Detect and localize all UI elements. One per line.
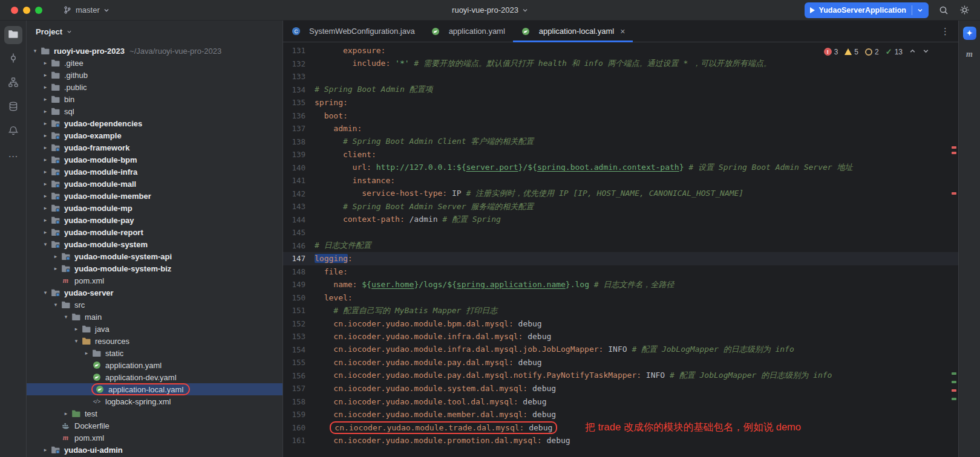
error-mark[interactable]: [952, 389, 956, 392]
code-line-158[interactable]: 158 cn.iocoder.yudao.module.tool.dal.mys…: [283, 395, 958, 409]
line-number[interactable]: 145: [283, 228, 315, 237]
tree-chevron-icon[interactable]: ▸: [51, 265, 60, 271]
tree-chevron-icon[interactable]: ▸: [41, 132, 50, 138]
code-line-139[interactable]: 139 client:: [283, 148, 958, 161]
editor[interactable]: 131 exposure:132 include: '*' # 需要开放的端点。…: [283, 42, 958, 457]
tree-item-yudao-server[interactable]: ▾yudao-server: [27, 287, 283, 299]
tree-item-dockerfile[interactable]: Dockerfile: [27, 420, 283, 432]
tree-item-yudao-ui-admin[interactable]: ▸yudao-ui-admin: [27, 444, 283, 456]
code-line-143[interactable]: 143 # Spring Boot Admin Server 服务端的相关配置: [283, 200, 958, 213]
code-line-136[interactable]: 136 boot:: [283, 109, 958, 123]
code-line-148[interactable]: 148 file:: [283, 265, 958, 279]
next-problem-button[interactable]: [923, 48, 929, 56]
line-number[interactable]: 150: [283, 293, 315, 302]
tree-chevron-icon[interactable]: ▾: [41, 241, 50, 247]
tree-item-yudao-framework[interactable]: ▸yudao-framework: [27, 141, 283, 154]
project-panel-header[interactable]: Project: [27, 21, 283, 42]
tree-chevron-icon[interactable]: ▸: [51, 253, 60, 259]
code-line-140[interactable]: 140 url: http://127.0.0.1:${server.port}…: [283, 161, 958, 175]
tree-chevron-icon[interactable]: ▸: [41, 169, 50, 175]
tree-item-logback-spring.xml[interactable]: </>logback-spring.xml: [27, 395, 283, 407]
code-line-147[interactable]: 147logging:: [283, 252, 958, 265]
change-mark[interactable]: [952, 381, 956, 383]
line-number[interactable]: 131: [283, 46, 315, 55]
code-line-144[interactable]: 144 context-path: /admin # 配置 Spring: [283, 213, 958, 227]
line-number[interactable]: 138: [283, 137, 315, 146]
tree-item-.gitee[interactable]: ▸.gitee: [27, 57, 283, 69]
tree-item-resources[interactable]: ▾resources: [27, 335, 283, 347]
tab-application-local.yaml[interactable]: application-local.yaml×: [513, 21, 633, 42]
line-number[interactable]: 161: [283, 436, 315, 445]
tree-item-yudao-module-report[interactable]: ▸yudao-module-report: [27, 226, 283, 238]
line-number[interactable]: 135: [283, 98, 315, 107]
tree-chevron-icon[interactable]: ▸: [71, 326, 81, 332]
line-number[interactable]: 144: [283, 215, 315, 224]
code-line-132[interactable]: 132 include: '*' # 需要开放的端点。默认值只打开 health…: [283, 57, 958, 71]
line-number[interactable]: 140: [283, 163, 315, 172]
line-number[interactable]: 152: [283, 319, 315, 328]
line-number[interactable]: 160: [283, 423, 315, 432]
tab-application.yaml[interactable]: application.yaml: [423, 21, 513, 42]
line-number[interactable]: 136: [283, 111, 315, 120]
tree-chevron-icon[interactable]: ▾: [30, 48, 40, 54]
tree-item-yudao-module-system-biz[interactable]: ▸yudao-module-system-biz: [27, 262, 283, 274]
tree-item-yudao-module-mall[interactable]: ▸yudao-module-mall: [27, 178, 283, 190]
code-line-151[interactable]: 151 # 配置自己写的 MyBatis Mapper 打印日志: [283, 304, 958, 317]
tree-item-application.yaml[interactable]: application.yaml: [27, 359, 283, 371]
line-number[interactable]: 134: [283, 85, 315, 94]
tree-item-java[interactable]: ▸java: [27, 323, 283, 335]
code-line-137[interactable]: 137 admin:: [283, 122, 958, 135]
tree-item-pom.xml[interactable]: mpom.xml: [27, 432, 283, 444]
line-number[interactable]: 133: [283, 72, 315, 81]
tree-item-static[interactable]: ▸static: [27, 347, 283, 359]
tree-chevron-icon[interactable]: ▸: [61, 410, 71, 416]
tree-item-yudao-module-member[interactable]: ▸yudao-module-member: [27, 190, 283, 202]
code-line-154[interactable]: 154 cn.iocoder.yudao.module.infra.dal.my…: [283, 343, 958, 357]
code-line-153[interactable]: 153 cn.iocoder.yudao.module.infra.dal.my…: [283, 330, 958, 343]
tree-chevron-icon[interactable]: ▸: [41, 108, 50, 114]
more-tools-button[interactable]: ⋯: [4, 147, 22, 165]
tree-item-application-local.yaml[interactable]: application-local.yaml: [27, 383, 283, 395]
line-number[interactable]: 155: [283, 358, 315, 367]
run-configuration-button[interactable]: YudaoServerApplication: [805, 2, 929, 18]
error-count[interactable]: ! 3: [824, 48, 838, 56]
tree-chevron-icon[interactable]: ▸: [41, 181, 50, 187]
tree-item-ruoyi-vue-pro-2023[interactable]: ▾ruoyi-vue-pro-2023~/Java/ruoyi-vue-pro-…: [27, 45, 283, 57]
code-line-160[interactable]: 160 cn.iocoder.yudao.module.trade.dal.my…: [283, 421, 958, 435]
tree-item-yudao-module-pay[interactable]: ▸yudao-module-pay: [27, 214, 283, 226]
tree-item-application-dev.yaml[interactable]: application-dev.yaml: [27, 371, 283, 383]
code-line-159[interactable]: 159 cn.iocoder.yudao.module.member.dal.m…: [283, 408, 958, 421]
tab-close-icon[interactable]: ×: [620, 27, 625, 36]
line-number[interactable]: 147: [283, 254, 315, 263]
tree-item-yudao-module-bpm[interactable]: ▸yudao-module-bpm: [27, 154, 283, 166]
line-number[interactable]: 137: [283, 124, 315, 133]
code-line-149[interactable]: 149 name: ${user.home}/logs/${spring.app…: [283, 278, 958, 291]
tree-chevron-icon[interactable]: ▸: [41, 96, 50, 102]
editor-scrollbar-stripe[interactable]: [950, 42, 958, 457]
database-tool-button[interactable]: [4, 99, 22, 117]
close-window-button[interactable]: [11, 7, 18, 14]
tree-item-pom.xml[interactable]: mpom.xml: [27, 274, 283, 287]
code-line-138[interactable]: 138 # Spring Boot Admin Client 客户端的相关配置: [283, 135, 958, 149]
structure-tool-button[interactable]: [4, 74, 22, 92]
project-switcher[interactable]: ruoyi-vue-pro-2023: [452, 5, 528, 15]
line-number[interactable]: 146: [283, 241, 315, 250]
code-line-155[interactable]: 155 cn.iocoder.yudao.module.pay.dal.mysq…: [283, 356, 958, 369]
line-number[interactable]: 153: [283, 332, 315, 341]
tree-chevron-icon[interactable]: ▸: [41, 229, 50, 235]
tree-item-bin[interactable]: ▸bin: [27, 93, 283, 105]
tree-chevron-icon[interactable]: ▾: [41, 290, 50, 296]
tree-chevron-icon[interactable]: ▸: [41, 72, 50, 78]
error-mark[interactable]: [952, 152, 956, 154]
line-number[interactable]: 139: [283, 150, 315, 159]
git-branch-widget[interactable]: master: [63, 5, 109, 15]
tree-chevron-icon[interactable]: ▸: [41, 144, 50, 151]
change-mark[interactable]: [952, 372, 956, 375]
line-number[interactable]: 158: [283, 397, 315, 406]
weak-warning-count[interactable]: 2: [865, 48, 879, 56]
line-number[interactable]: 148: [283, 267, 315, 276]
zoom-window-button[interactable]: [35, 7, 42, 14]
line-number[interactable]: 143: [283, 202, 315, 211]
line-number[interactable]: 149: [283, 280, 315, 289]
code-line-142[interactable]: 142 service-host-type: IP # 注册实例时，优先使用 I…: [283, 187, 958, 201]
